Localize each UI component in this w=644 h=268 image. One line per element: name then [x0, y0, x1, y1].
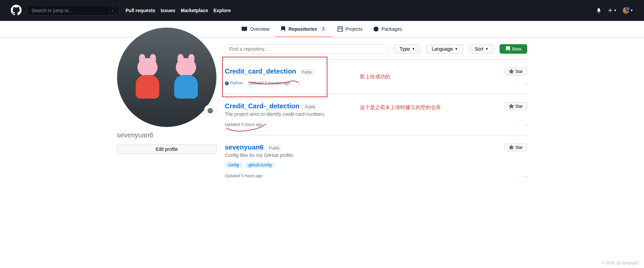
filter-row: Type▼ Language▼ Sort▼ New	[225, 44, 527, 54]
visibility-badge: Public	[302, 104, 319, 110]
repo-item: 新上传成功的 Credit_card_detectionPublic Pytho…	[225, 59, 527, 94]
repo-icon	[280, 26, 286, 32]
star-icon	[509, 104, 514, 109]
project-icon	[338, 26, 343, 32]
repo-updated: Updated 5 hours ago	[225, 173, 263, 178]
avatar-wrap	[117, 27, 217, 127]
slash-key-hint: /	[109, 7, 116, 14]
repo-updated: Updated 2 minutes ago	[248, 81, 290, 85]
chevron-down-icon: ▼	[412, 47, 415, 51]
tab-projects[interactable]: Projects	[332, 21, 368, 37]
profile-nav-wrap: Overview Repositories 3 Projects Package…	[0, 21, 644, 37]
set-status-button[interactable]	[204, 104, 217, 117]
language-filter-label: Language	[432, 46, 453, 52]
main-wrap: sevenyuan6 Edit profile Type▼ Language▼ …	[106, 37, 538, 186]
user-avatar-menu[interactable]: ▼	[623, 7, 633, 14]
nav-issues[interactable]: Issues	[161, 8, 176, 13]
star-button[interactable]: Star	[504, 102, 527, 110]
language-filter[interactable]: Language▼	[426, 44, 463, 54]
visibility-badge: Public	[299, 70, 315, 75]
tab-projects-label: Projects	[346, 26, 363, 32]
repo-item: 这个是之前未上传时建立的空的仓库 Credit_Card-_detectionP…	[225, 94, 527, 135]
repo-link[interactable]: sevenyuan6	[225, 143, 264, 151]
star-button[interactable]: Star	[504, 68, 527, 76]
find-repository-input[interactable]	[225, 44, 388, 54]
star-button[interactable]: Star	[504, 143, 527, 152]
star-label: Star	[515, 145, 523, 150]
tab-repositories-label: Repositories	[289, 26, 317, 32]
username: sevenyuan6	[117, 131, 217, 139]
tab-repositories[interactable]: Repositories 3	[275, 21, 332, 37]
tab-packages-label: Packages	[381, 26, 402, 32]
header-right: ▼ ▼	[596, 7, 633, 14]
header-nav: Pull requests Issues Marketplace Explore	[126, 8, 231, 13]
repo-link[interactable]: Credit_Card-_detection	[225, 102, 299, 110]
repo-updated: Updated 5 hours ago	[225, 122, 263, 127]
notifications-icon[interactable]	[596, 8, 601, 13]
annotation-text: 新上传成功的	[360, 74, 390, 80]
profile-sidebar: sevenyuan6 Edit profile	[117, 27, 217, 186]
tab-packages[interactable]: Packages	[368, 21, 407, 37]
star-label: Star	[515, 104, 523, 109]
avatar-icon	[623, 7, 629, 14]
star-label: Star	[515, 69, 523, 74]
star-icon	[509, 145, 514, 150]
search-input[interactable]	[27, 5, 119, 16]
github-logo[interactable]	[11, 5, 22, 17]
repo-description: The project aims to identify credit card…	[225, 111, 466, 117]
profile-avatar[interactable]	[117, 27, 217, 127]
search-wrap: /	[27, 5, 119, 16]
sort-filter-label: Sort	[475, 46, 483, 52]
repo-item: sevenyuan6Public Config files for my Git…	[225, 135, 527, 186]
global-header: / Pull requests Issues Marketplace Explo…	[0, 0, 644, 21]
topic-tag[interactable]: github-config	[245, 162, 275, 168]
edit-profile-button[interactable]: Edit profile	[117, 144, 217, 154]
repo-icon	[505, 46, 511, 52]
topic-tag[interactable]: config	[225, 162, 242, 168]
smiley-icon	[208, 108, 213, 113]
repositories-count-badge: 3	[320, 27, 327, 31]
language-color-dot	[225, 81, 229, 85]
nav-pull-requests[interactable]: Pull requests	[126, 8, 155, 13]
nav-explore[interactable]: Explore	[213, 8, 231, 13]
nav-marketplace[interactable]: Marketplace	[181, 8, 208, 13]
type-filter[interactable]: Type▼	[394, 44, 421, 54]
repo-description: Config files for my GitHub profile.	[225, 153, 466, 158]
activity-sparkline	[475, 117, 527, 127]
type-filter-label: Type	[400, 46, 410, 52]
new-button-label: New	[512, 46, 521, 52]
annotation-text: 这个是之前未上传时建立的空的仓库	[360, 104, 441, 111]
new-repository-button[interactable]: New	[500, 44, 527, 54]
repo-list-content: Type▼ Language▼ Sort▼ New 新上传成功的 Credit_…	[225, 37, 527, 186]
chevron-down-icon: ▼	[455, 47, 458, 51]
star-icon	[509, 69, 514, 74]
book-icon	[242, 26, 247, 32]
repo-language: Python	[225, 81, 243, 85]
activity-sparkline	[475, 168, 527, 178]
add-dropdown[interactable]: ▼	[608, 8, 617, 13]
tab-overview[interactable]: Overview	[236, 21, 275, 37]
repo-link[interactable]: Credit_card_detection	[225, 68, 296, 75]
sort-filter[interactable]: Sort▼	[469, 44, 494, 54]
activity-sparkline	[475, 76, 527, 86]
tab-overview-label: Overview	[250, 26, 269, 32]
package-icon	[373, 26, 379, 32]
visibility-badge: Public	[266, 145, 283, 151]
chevron-down-icon: ▼	[485, 47, 488, 51]
